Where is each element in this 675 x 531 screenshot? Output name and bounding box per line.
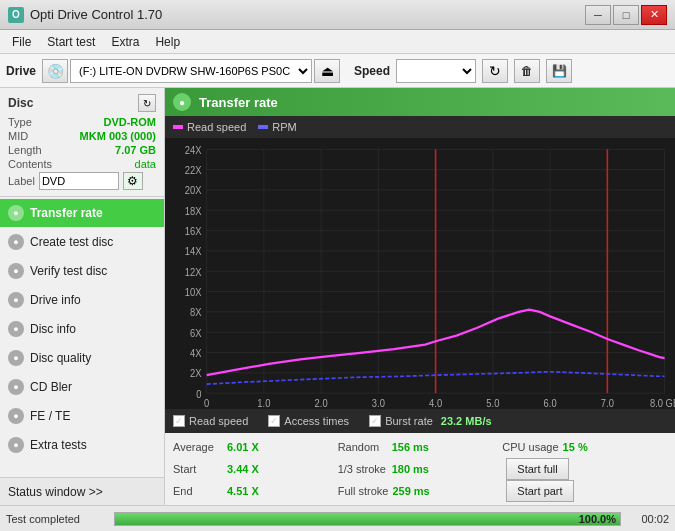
stat-full-stroke: Full stroke 259 ms — [338, 485, 503, 497]
chart-title: Transfer rate — [199, 95, 278, 110]
svg-text:22X: 22X — [185, 165, 202, 176]
menu-start-test[interactable]: Start test — [39, 33, 103, 51]
stat-full-stroke-key: Full stroke — [338, 485, 389, 497]
cb-burst-rate-box[interactable]: ✓ — [369, 415, 381, 427]
stats-row-3: End 4.51 X Full stroke 259 ms Start part — [173, 480, 667, 502]
nav-fe-te[interactable]: ● FE / TE — [0, 402, 164, 430]
menu-extra[interactable]: Extra — [103, 33, 147, 51]
nav-icon-fe-te: ● — [8, 408, 24, 424]
nav-disc-info[interactable]: ● Disc info — [0, 315, 164, 343]
app-title: Opti Drive Control 1.70 — [30, 7, 162, 22]
nav-icon-cd-bler: ● — [8, 379, 24, 395]
disc-label-row: Label ⚙ — [8, 172, 156, 190]
start-part-button[interactable]: Start part — [506, 480, 573, 502]
chart-svg: 24X 22X 20X 18X 16X 14X 12X 10X 8X 6X 4X… — [165, 138, 675, 409]
svg-text:24X: 24X — [185, 144, 202, 155]
time-display: 00:02 — [629, 513, 669, 525]
sidebar-nav: ● Transfer rate ● Create test disc ● Ver… — [0, 197, 164, 477]
nav-extra-tests[interactable]: ● Extra tests — [0, 431, 164, 459]
cb-read-speed[interactable]: ✓ Read speed — [173, 415, 248, 427]
svg-text:4X: 4X — [190, 348, 202, 359]
nav-icon-disc-info: ● — [8, 321, 24, 337]
svg-text:0: 0 — [196, 388, 202, 399]
disc-header: Disc ↻ — [8, 94, 156, 112]
legend-rpm-icon — [258, 122, 268, 132]
drive-select[interactable]: (F:) LITE-ON DVDRW SHW-160P6S PS0C — [70, 59, 312, 83]
speed-select[interactable] — [396, 59, 476, 83]
stats-row-1: Average 6.01 X Random 156 ms CPU usage 1… — [173, 436, 667, 458]
nav-transfer-rate[interactable]: ● Transfer rate — [0, 199, 164, 227]
eject-button[interactable]: ⏏ — [314, 59, 340, 83]
progress-bar: 100.0% — [114, 512, 621, 526]
start-full-button[interactable]: Start full — [506, 458, 568, 480]
svg-text:1.0: 1.0 — [257, 397, 271, 408]
cb-burst-rate[interactable]: ✓ Burst rate 23.2 MB/s — [369, 415, 491, 427]
nav-label-verify-test: Verify test disc — [30, 264, 107, 278]
disc-length-key: Length — [8, 144, 42, 156]
chart-area: 24X 22X 20X 18X 16X 14X 12X 10X 8X 6X 4X… — [165, 138, 675, 409]
legend-read-speed: Read speed — [173, 121, 246, 133]
disc-mid-row: MID MKM 003 (000) — [8, 130, 156, 142]
disc-type-row: Type DVD-ROM — [8, 116, 156, 128]
menu-file[interactable]: File — [4, 33, 39, 51]
disc-contents-key: Contents — [8, 158, 52, 170]
stat-average-val: 6.01 X — [227, 441, 277, 453]
stat-stroke-key: 1/3 stroke — [338, 463, 388, 475]
stat-random-val: 156 ms — [392, 441, 429, 453]
disc-type-key: Type — [8, 116, 32, 128]
svg-text:0: 0 — [204, 397, 210, 408]
status-window-label: Status window >> — [8, 485, 103, 499]
disc-label-input[interactable] — [39, 172, 119, 190]
progress-label: 100.0% — [579, 513, 616, 525]
maximize-button[interactable]: □ — [613, 5, 639, 25]
checkboxes-row: ✓ Read speed ✓ Access times ✓ Burst rate… — [165, 409, 675, 433]
status-text: Test completed — [6, 513, 106, 525]
nav-create-test-disc[interactable]: ● Create test disc — [0, 228, 164, 256]
svg-text:4.0: 4.0 — [429, 397, 443, 408]
cb-access-times-box[interactable]: ✓ — [268, 415, 280, 427]
disc-contents-val: data — [135, 158, 156, 170]
drive-icon-btn[interactable]: 💿 — [42, 59, 68, 83]
stat-stroke-val: 180 ms — [392, 463, 429, 475]
menu-help[interactable]: Help — [147, 33, 188, 51]
menu-bar: File Start test Extra Help — [0, 30, 675, 54]
status-window-btn[interactable]: Status window >> — [0, 477, 164, 505]
sidebar: Disc ↻ Type DVD-ROM MID MKM 003 (000) Le… — [0, 88, 165, 505]
disc-refresh-btn[interactable]: ↻ — [138, 94, 156, 112]
disc-mid-key: MID — [8, 130, 28, 142]
nav-icon-transfer-rate: ● — [8, 205, 24, 221]
refresh-button[interactable]: ↻ — [482, 59, 508, 83]
nav-icon-drive-info: ● — [8, 292, 24, 308]
stats-row-2: Start 3.44 X 1/3 stroke 180 ms Start ful… — [173, 458, 667, 480]
erase-button[interactable]: 🗑 — [514, 59, 540, 83]
svg-text:2X: 2X — [190, 368, 202, 379]
main-content: ● Transfer rate Read speed RPM — [165, 88, 675, 505]
svg-text:8.0 GB: 8.0 GB — [650, 397, 675, 408]
nav-drive-info[interactable]: ● Drive info — [0, 286, 164, 314]
disc-type-val: DVD-ROM — [103, 116, 156, 128]
nav-label-transfer-rate: Transfer rate — [30, 206, 103, 220]
stat-average-key: Average — [173, 441, 223, 453]
nav-icon-verify-test: ● — [8, 263, 24, 279]
disc-length-row: Length 7.07 GB — [8, 144, 156, 156]
cb-read-speed-box[interactable]: ✓ — [173, 415, 185, 427]
stat-start-val: 3.44 X — [227, 463, 277, 475]
cb-access-times[interactable]: ✓ Access times — [268, 415, 349, 427]
svg-text:14X: 14X — [185, 246, 202, 257]
nav-disc-quality[interactable]: ● Disc quality — [0, 344, 164, 372]
stat-end-key: End — [173, 485, 223, 497]
close-button[interactable]: ✕ — [641, 5, 667, 25]
svg-text:5.0: 5.0 — [486, 397, 500, 408]
save-button[interactable]: 💾 — [546, 59, 572, 83]
cb-read-speed-label: Read speed — [189, 415, 248, 427]
svg-text:16X: 16X — [185, 226, 202, 237]
disc-label-settings-btn[interactable]: ⚙ — [123, 172, 143, 190]
stat-random-key: Random — [338, 441, 388, 453]
minimize-button[interactable]: ─ — [585, 5, 611, 25]
title-bar-left: O Opti Drive Control 1.70 — [8, 7, 162, 23]
stats-area: Average 6.01 X Random 156 ms CPU usage 1… — [165, 433, 675, 505]
nav-cd-bler[interactable]: ● CD Bler — [0, 373, 164, 401]
nav-verify-test-disc[interactable]: ● Verify test disc — [0, 257, 164, 285]
svg-rect-1 — [258, 125, 268, 129]
svg-text:2.0: 2.0 — [315, 397, 329, 408]
